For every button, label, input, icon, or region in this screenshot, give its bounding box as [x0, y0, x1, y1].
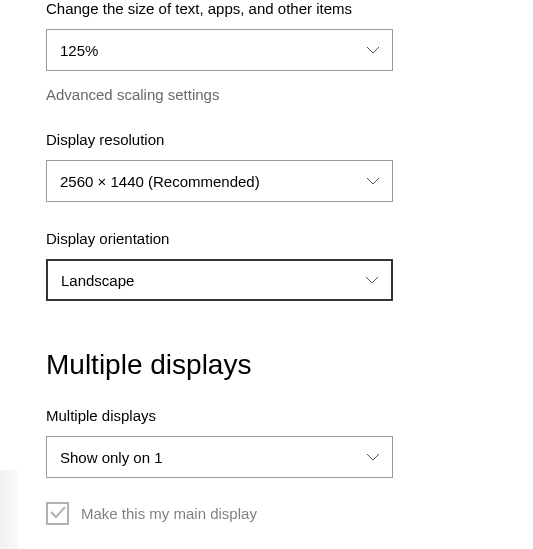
chevron-down-icon — [366, 177, 380, 185]
main-display-checkbox-label: Make this my main display — [81, 505, 257, 522]
multiple-displays-value: Show only on 1 — [60, 449, 163, 466]
orientation-label: Display orientation — [46, 230, 533, 247]
orientation-value: Landscape — [61, 272, 134, 289]
chevron-down-icon — [366, 453, 380, 461]
resolution-value: 2560 × 1440 (Recommended) — [60, 173, 260, 190]
resolution-label: Display resolution — [46, 131, 533, 148]
advanced-scaling-link[interactable]: Advanced scaling settings — [46, 86, 533, 103]
chevron-down-icon — [365, 276, 379, 284]
main-display-checkbox-row: Make this my main display — [46, 502, 533, 525]
scale-value: 125% — [60, 42, 98, 59]
resolution-dropdown[interactable]: 2560 × 1440 (Recommended) — [46, 160, 393, 202]
main-display-checkbox — [46, 502, 69, 525]
scale-dropdown[interactable]: 125% — [46, 29, 393, 71]
orientation-dropdown[interactable]: Landscape — [46, 259, 393, 301]
multiple-displays-header: Multiple displays — [46, 349, 533, 381]
chevron-down-icon — [366, 46, 380, 54]
scale-label: Change the size of text, apps, and other… — [46, 0, 533, 17]
multiple-displays-dropdown[interactable]: Show only on 1 — [46, 436, 393, 478]
multiple-displays-label: Multiple displays — [46, 407, 533, 424]
checkmark-icon — [50, 505, 66, 523]
display-settings-panel: Change the size of text, apps, and other… — [0, 0, 533, 525]
window-edge-artifact — [0, 470, 18, 549]
